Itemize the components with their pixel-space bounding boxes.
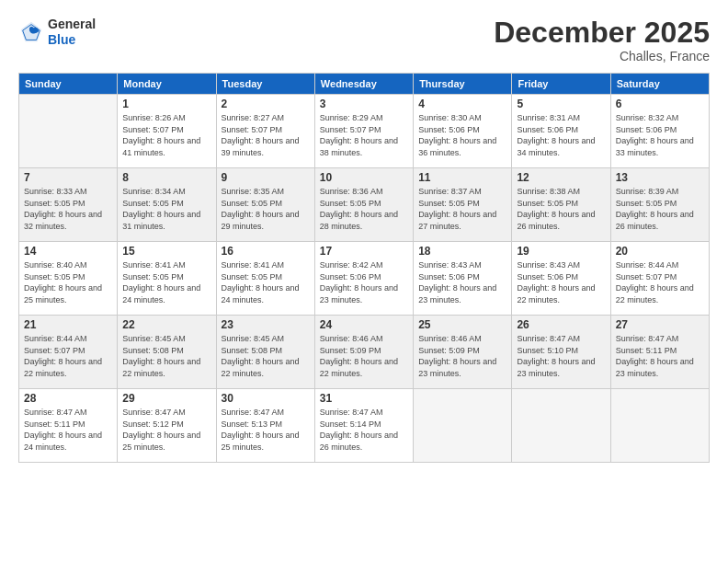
- day-info: Sunrise: 8:47 AMSunset: 5:13 PMDaylight:…: [222, 407, 310, 453]
- day-number: 1: [122, 98, 210, 110]
- day-number: 14: [24, 245, 112, 258]
- day-info: Sunrise: 8:26 AMSunset: 5:07 PMDaylight:…: [122, 112, 210, 158]
- calendar-day-cell: 30Sunrise: 8:47 AMSunset: 5:13 PMDayligh…: [216, 389, 314, 463]
- day-number: 17: [320, 245, 408, 258]
- calendar-day-cell: 19Sunrise: 8:43 AMSunset: 5:06 PMDayligh…: [512, 242, 610, 316]
- calendar-day-cell: 14Sunrise: 8:40 AMSunset: 5:05 PMDayligh…: [19, 242, 118, 316]
- calendar-day-cell: 8Sunrise: 8:34 AMSunset: 5:05 PMDaylight…: [118, 168, 216, 242]
- day-info: Sunrise: 8:45 AMSunset: 5:08 PMDaylight:…: [222, 333, 310, 379]
- location: Challes, France: [494, 49, 710, 63]
- calendar-day-cell: 29Sunrise: 8:47 AMSunset: 5:12 PMDayligh…: [118, 389, 216, 463]
- logo-blue: Blue: [48, 32, 96, 48]
- calendar-day-cell: 15Sunrise: 8:41 AMSunset: 5:05 PMDayligh…: [118, 242, 216, 316]
- day-number: 3: [320, 98, 408, 110]
- day-number: 15: [122, 245, 210, 258]
- day-info: Sunrise: 8:46 AMSunset: 5:09 PMDaylight:…: [320, 333, 408, 379]
- header: General Blue December 2025 Challes, Fran…: [18, 17, 710, 63]
- calendar-day-cell: 11Sunrise: 8:37 AMSunset: 5:05 PMDayligh…: [414, 168, 512, 242]
- calendar-day-cell: 2Sunrise: 8:27 AMSunset: 5:07 PMDaylight…: [216, 95, 314, 168]
- day-info: Sunrise: 8:44 AMSunset: 5:07 PMDaylight:…: [24, 333, 112, 379]
- calendar-day-cell: 31Sunrise: 8:47 AMSunset: 5:14 PMDayligh…: [314, 389, 413, 463]
- calendar-day-cell: 5Sunrise: 8:31 AMSunset: 5:06 PMDaylight…: [512, 95, 610, 168]
- day-number: 21: [24, 318, 112, 331]
- title-block: December 2025 Challes, France: [494, 17, 710, 63]
- calendar-header-saturday: Saturday: [610, 74, 709, 95]
- day-number: 28: [24, 392, 112, 405]
- calendar-day-cell: 18Sunrise: 8:43 AMSunset: 5:06 PMDayligh…: [414, 242, 512, 316]
- calendar-day-cell: 20Sunrise: 8:44 AMSunset: 5:07 PMDayligh…: [610, 242, 709, 316]
- calendar-week-row: 14Sunrise: 8:40 AMSunset: 5:05 PMDayligh…: [19, 242, 710, 316]
- day-number: 23: [222, 318, 310, 331]
- logo: General Blue: [18, 17, 96, 48]
- day-number: 19: [517, 245, 605, 258]
- day-number: 31: [320, 392, 408, 405]
- day-number: 9: [222, 171, 310, 184]
- day-info: Sunrise: 8:47 AMSunset: 5:10 PMDaylight:…: [517, 333, 605, 379]
- day-info: Sunrise: 8:44 AMSunset: 5:07 PMDaylight:…: [616, 259, 704, 305]
- calendar-day-cell: 9Sunrise: 8:35 AMSunset: 5:05 PMDaylight…: [216, 168, 314, 242]
- calendar-day-cell: 16Sunrise: 8:41 AMSunset: 5:05 PMDayligh…: [216, 242, 314, 316]
- day-number: 22: [122, 318, 210, 331]
- calendar-day-cell: 23Sunrise: 8:45 AMSunset: 5:08 PMDayligh…: [216, 316, 314, 389]
- calendar-day-cell: 22Sunrise: 8:45 AMSunset: 5:08 PMDayligh…: [118, 316, 216, 389]
- day-info: Sunrise: 8:33 AMSunset: 5:05 PMDaylight:…: [24, 186, 112, 232]
- calendar-day-cell: 7Sunrise: 8:33 AMSunset: 5:05 PMDaylight…: [19, 168, 118, 242]
- calendar-day-cell: [610, 389, 709, 463]
- calendar-header-row: SundayMondayTuesdayWednesdayThursdayFrid…: [19, 74, 710, 95]
- calendar-day-cell: 3Sunrise: 8:29 AMSunset: 5:07 PMDaylight…: [314, 95, 413, 168]
- day-number: 29: [122, 392, 210, 405]
- calendar-header-sunday: Sunday: [19, 74, 118, 95]
- day-info: Sunrise: 8:47 AMSunset: 5:11 PMDaylight:…: [616, 333, 704, 379]
- day-info: Sunrise: 8:29 AMSunset: 5:07 PMDaylight:…: [320, 112, 408, 158]
- day-number: 13: [616, 171, 704, 184]
- calendar-day-cell: 10Sunrise: 8:36 AMSunset: 5:05 PMDayligh…: [314, 168, 413, 242]
- calendar-day-cell: 12Sunrise: 8:38 AMSunset: 5:05 PMDayligh…: [512, 168, 610, 242]
- day-info: Sunrise: 8:43 AMSunset: 5:06 PMDaylight:…: [418, 259, 506, 305]
- calendar-day-cell: 13Sunrise: 8:39 AMSunset: 5:05 PMDayligh…: [610, 168, 709, 242]
- month-title: December 2025: [494, 17, 710, 49]
- calendar-day-cell: 25Sunrise: 8:46 AMSunset: 5:09 PMDayligh…: [414, 316, 512, 389]
- day-number: 8: [122, 171, 210, 184]
- day-info: Sunrise: 8:35 AMSunset: 5:05 PMDaylight:…: [222, 186, 310, 232]
- calendar-day-cell: 26Sunrise: 8:47 AMSunset: 5:10 PMDayligh…: [512, 316, 610, 389]
- calendar-day-cell: [19, 95, 118, 168]
- day-number: 30: [222, 392, 310, 405]
- day-info: Sunrise: 8:41 AMSunset: 5:05 PMDaylight:…: [122, 259, 210, 305]
- day-info: Sunrise: 8:45 AMSunset: 5:08 PMDaylight:…: [122, 333, 210, 379]
- day-info: Sunrise: 8:47 AMSunset: 5:11 PMDaylight:…: [24, 407, 112, 453]
- day-number: 5: [517, 98, 605, 110]
- day-number: 4: [418, 98, 506, 110]
- calendar-day-cell: 1Sunrise: 8:26 AMSunset: 5:07 PMDaylight…: [118, 95, 216, 168]
- day-info: Sunrise: 8:41 AMSunset: 5:05 PMDaylight:…: [222, 259, 310, 305]
- day-info: Sunrise: 8:31 AMSunset: 5:06 PMDaylight:…: [517, 112, 605, 158]
- day-info: Sunrise: 8:34 AMSunset: 5:05 PMDaylight:…: [122, 186, 210, 232]
- calendar-header-monday: Monday: [118, 74, 216, 95]
- day-number: 26: [517, 318, 605, 331]
- calendar-day-cell: [512, 389, 610, 463]
- calendar-header-tuesday: Tuesday: [216, 74, 314, 95]
- calendar-day-cell: 17Sunrise: 8:42 AMSunset: 5:06 PMDayligh…: [314, 242, 413, 316]
- day-info: Sunrise: 8:40 AMSunset: 5:05 PMDaylight:…: [24, 259, 112, 305]
- calendar-day-cell: 28Sunrise: 8:47 AMSunset: 5:11 PMDayligh…: [19, 389, 118, 463]
- day-info: Sunrise: 8:43 AMSunset: 5:06 PMDaylight:…: [517, 259, 605, 305]
- calendar-day-cell: 27Sunrise: 8:47 AMSunset: 5:11 PMDayligh…: [610, 316, 709, 389]
- day-info: Sunrise: 8:37 AMSunset: 5:05 PMDaylight:…: [418, 186, 506, 232]
- calendar-week-row: 28Sunrise: 8:47 AMSunset: 5:11 PMDayligh…: [19, 389, 710, 463]
- day-info: Sunrise: 8:47 AMSunset: 5:12 PMDaylight:…: [122, 407, 210, 453]
- day-info: Sunrise: 8:32 AMSunset: 5:06 PMDaylight:…: [616, 112, 704, 158]
- day-info: Sunrise: 8:30 AMSunset: 5:06 PMDaylight:…: [418, 112, 506, 158]
- day-number: 20: [616, 245, 704, 258]
- day-number: 6: [616, 98, 704, 110]
- day-info: Sunrise: 8:39 AMSunset: 5:05 PMDaylight:…: [616, 186, 704, 232]
- day-number: 11: [418, 171, 506, 184]
- calendar-day-cell: 24Sunrise: 8:46 AMSunset: 5:09 PMDayligh…: [314, 316, 413, 389]
- day-number: 25: [418, 318, 506, 331]
- logo-icon: [18, 19, 44, 45]
- day-number: 24: [320, 318, 408, 331]
- day-info: Sunrise: 8:38 AMSunset: 5:05 PMDaylight:…: [517, 186, 605, 232]
- day-number: 12: [517, 171, 605, 184]
- calendar-week-row: 7Sunrise: 8:33 AMSunset: 5:05 PMDaylight…: [19, 168, 710, 242]
- day-info: Sunrise: 8:27 AMSunset: 5:07 PMDaylight:…: [222, 112, 310, 158]
- day-number: 2: [222, 98, 310, 110]
- logo-text: General Blue: [48, 17, 96, 48]
